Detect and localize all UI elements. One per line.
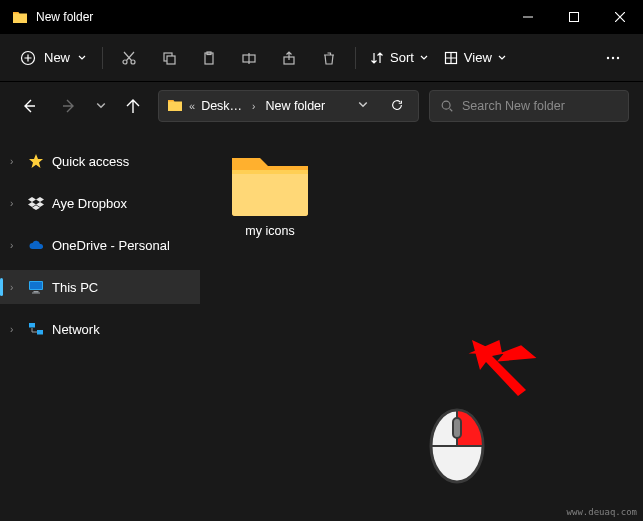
ellipsis-icon <box>605 50 621 66</box>
sidebar-item-dropbox[interactable]: › Aye Dropbox <box>0 186 200 220</box>
view-button[interactable]: View <box>436 50 514 65</box>
trash-icon <box>321 50 337 66</box>
content-pane[interactable]: my icons <box>200 130 643 521</box>
chevron-down-icon <box>358 100 368 110</box>
sidebar-item-onedrive[interactable]: › OneDrive - Personal <box>0 228 200 262</box>
sidebar-item-label: This PC <box>52 280 98 295</box>
sidebar-item-label: Network <box>52 322 100 337</box>
share-button[interactable] <box>269 38 309 78</box>
new-button[interactable]: New <box>10 44 96 72</box>
view-icon <box>444 51 458 65</box>
sidebar-item-label: OneDrive - Personal <box>52 238 170 253</box>
delete-button[interactable] <box>309 38 349 78</box>
breadcrumb-segment[interactable]: Desk… <box>201 99 242 113</box>
window-title: New folder <box>36 10 93 24</box>
chevron-down-icon <box>78 54 86 62</box>
svg-rect-20 <box>37 330 43 335</box>
sort-label: Sort <box>390 50 414 65</box>
up-button[interactable] <box>118 91 148 121</box>
chevron-right-icon[interactable]: › <box>10 324 20 335</box>
scissors-icon <box>121 50 137 66</box>
rename-icon <box>241 50 257 66</box>
recent-button[interactable] <box>94 91 108 121</box>
copy-button[interactable] <box>149 38 189 78</box>
separator <box>355 47 356 69</box>
chevron-down-icon <box>420 54 428 62</box>
sidebar-item-label: Quick access <box>52 154 129 169</box>
plus-circle-icon <box>20 50 36 66</box>
new-button-label: New <box>44 50 70 65</box>
arrow-up-icon <box>125 98 141 114</box>
minimize-button[interactable] <box>505 0 551 34</box>
titlebar: New folder <box>0 0 643 34</box>
sidebar-item-this-pc[interactable]: › This PC <box>0 270 200 304</box>
cut-button[interactable] <box>109 38 149 78</box>
chevron-right-icon[interactable]: › <box>10 282 20 293</box>
svg-point-13 <box>617 56 619 58</box>
search-placeholder: Search New folder <box>462 99 565 113</box>
clipboard-icon <box>201 50 217 66</box>
chevron-down-icon <box>498 54 506 62</box>
folder-icon <box>229 150 311 216</box>
folder-icon <box>12 9 28 25</box>
svg-rect-16 <box>30 282 42 289</box>
dropbox-icon <box>28 195 44 211</box>
network-icon <box>28 321 44 337</box>
address-row: « Desk… › New folder Search New folder <box>0 82 643 130</box>
maximize-button[interactable] <box>551 0 597 34</box>
chevron-right-icon[interactable]: › <box>10 240 20 251</box>
svg-point-14 <box>442 101 450 109</box>
address-history-button[interactable] <box>358 99 368 113</box>
separator <box>102 47 103 69</box>
refresh-icon <box>390 98 404 112</box>
more-button[interactable] <box>593 38 633 78</box>
annotation-mouse-right-click-icon <box>425 398 489 488</box>
folder-icon <box>167 97 183 116</box>
search-input[interactable]: Search New folder <box>429 90 629 122</box>
watermark: www.deuaq.com <box>567 507 637 517</box>
chevron-right-icon[interactable]: › <box>10 156 20 167</box>
monitor-icon <box>28 279 44 295</box>
svg-point-11 <box>607 56 609 58</box>
body: › Quick access › Aye Dropbox › OneDrive … <box>0 130 643 521</box>
view-label: View <box>464 50 492 65</box>
svg-point-12 <box>612 56 614 58</box>
folder-item-label: my icons <box>220 224 320 238</box>
search-icon <box>440 99 454 113</box>
svg-rect-18 <box>32 293 40 294</box>
sidebar-item-quick-access[interactable]: › Quick access <box>0 144 200 178</box>
svg-point-2 <box>123 60 127 64</box>
cloud-icon <box>28 237 44 253</box>
share-icon <box>281 50 297 66</box>
navigation-pane: › Quick access › Aye Dropbox › OneDrive … <box>0 130 200 521</box>
sidebar-item-network[interactable]: › Network <box>0 312 200 346</box>
back-button[interactable] <box>14 91 44 121</box>
svg-rect-25 <box>453 418 461 438</box>
breadcrumb-segment[interactable]: New folder <box>265 99 325 113</box>
chevron-right-icon[interactable]: › <box>10 198 20 209</box>
toolbar: New Sort View <box>0 34 643 82</box>
address-bar[interactable]: « Desk… › New folder <box>158 90 419 122</box>
breadcrumb-prefix: « <box>189 100 195 112</box>
close-button[interactable] <box>597 0 643 34</box>
sort-button[interactable]: Sort <box>362 50 436 65</box>
svg-rect-17 <box>34 291 39 293</box>
refresh-button[interactable] <box>384 98 410 115</box>
chevron-down-icon <box>96 101 106 111</box>
copy-icon <box>161 50 177 66</box>
svg-rect-5 <box>167 56 175 64</box>
svg-rect-19 <box>29 323 35 328</box>
explorer-window: New folder New <box>0 0 643 521</box>
star-icon <box>28 153 44 169</box>
svg-point-3 <box>131 60 135 64</box>
sort-icon <box>370 51 384 65</box>
arrow-left-icon <box>21 98 37 114</box>
chevron-right-icon[interactable]: › <box>248 101 259 112</box>
paste-button[interactable] <box>189 38 229 78</box>
sidebar-item-label: Aye Dropbox <box>52 196 127 211</box>
forward-button[interactable] <box>54 91 84 121</box>
folder-item[interactable]: my icons <box>220 150 320 238</box>
rename-button[interactable] <box>229 38 269 78</box>
annotation-arrow-icon <box>468 340 538 404</box>
svg-rect-0 <box>570 13 579 22</box>
